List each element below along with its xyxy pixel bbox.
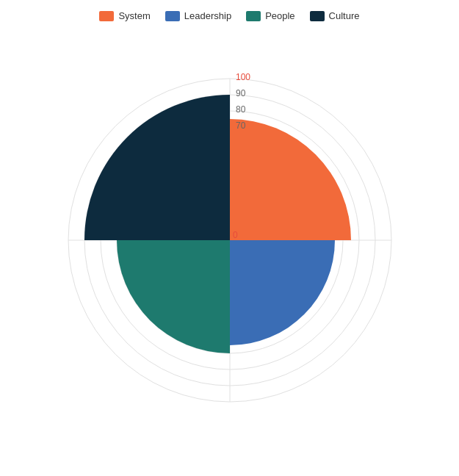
legend-color-leadership [165,11,180,21]
label-80: 80 [236,104,246,115]
legend-label-leadership: Leadership [184,10,231,21]
segment-culture [84,95,230,240]
legend-item-culture: Culture [310,10,360,21]
legend-color-culture [310,11,325,21]
legend-item-leadership: Leadership [165,10,231,21]
segment-people [117,240,230,353]
chart-svg: 100 90 80 70 0 [24,27,435,453]
label-70: 70 [236,120,246,131]
segment-leadership [230,240,335,345]
legend-item-people: People [246,10,294,21]
legend-label-culture: Culture [329,10,360,21]
legend-color-system [99,11,114,21]
chart-container: 100 90 80 70 0 [24,27,435,453]
legend-label-system: System [118,10,150,21]
legend-label-people: People [265,10,294,21]
label-0: 0 [233,230,238,240]
chart-legend: System Leadership People Culture [99,10,359,21]
label-90: 90 [236,88,246,98]
legend-item-system: System [99,10,150,21]
label-100: 100 [236,72,250,82]
legend-color-people [246,11,261,21]
